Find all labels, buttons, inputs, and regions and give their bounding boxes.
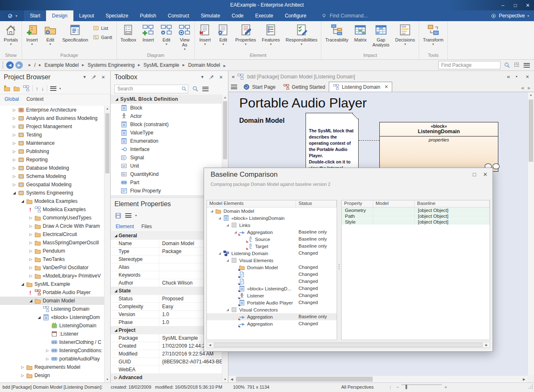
expand-collapse-icon[interactable] [233,300,238,305]
panel-close-icon[interactable] [218,74,224,80]
breadcrumb-item[interactable]: Example Model [37,62,80,68]
save-icon[interactable] [115,212,121,219]
new-package-icon[interactable] [4,85,10,92]
toolbox-item[interactable]: ValueType [111,129,228,137]
browser-scope-tab[interactable]: Context [27,96,44,102]
expand-collapse-icon[interactable] [241,243,246,249]
tab-close-icon[interactable] [384,84,388,90]
scrollbar-thumb[interactable] [105,113,109,173]
toolbox-section-header[interactable]: SysML Block Definition [111,95,228,104]
dialog-toolbar-icon[interactable] [229,190,236,197]
expand-collapse-icon[interactable]: ! [28,290,34,295]
toolbox-item[interactable]: Block (constraint) [111,120,228,129]
document-tab[interactable]: Start Page [240,82,279,92]
property-value[interactable]: {8BE59CB2-A071-4643-BE... [159,358,228,365]
dialog-horizontal-scrollbar[interactable]: ◀ ▶ [206,342,490,348]
scroll-left-arrow[interactable]: ◀ [207,342,213,348]
tree-item[interactable]: Testing [0,131,110,139]
expand-collapse-icon[interactable] [28,215,34,221]
expand-collapse-icon[interactable] [45,356,50,362]
column-header[interactable]: Property [342,200,373,207]
ribbon-button[interactable]: Edit [214,22,232,52]
dialog-toolbar-icon[interactable] [279,190,286,197]
expand-collapse-icon[interactable] [233,286,238,291]
expand-collapse-icon[interactable] [28,248,34,254]
tree-item[interactable]: «block» ListeningDom [0,313,110,321]
expand-collapse-icon[interactable] [12,132,17,138]
ribbon-button[interactable]: Transform [420,22,447,52]
zoom-in-icon[interactable]: + [444,385,447,390]
pin-icon[interactable] [91,74,97,80]
tree-item[interactable]: ListeningDomain [0,321,110,330]
tree-item[interactable]: SysML Example [0,280,110,288]
tree-item[interactable]: CommonlyUsedTypes [0,214,110,222]
tree-item[interactable]: Draw A Circle With Param [0,222,110,230]
expand-collapse-icon[interactable] [36,315,42,320]
property-row[interactable]: GUID {8BE59CB2-A071-4643-BE... [111,358,228,366]
tree-item[interactable]: Enterprise Architecture [0,106,110,114]
scroll-down-arrow[interactable]: ▼ [104,377,110,382]
diagram-vertical-scrollbar[interactable]: ▲ [527,92,534,375]
maximize-button[interactable]: □ [512,2,518,8]
tree-item[interactable]: Analysis and Business Modeling [0,114,110,122]
ribbon-button[interactable]: Insert [196,22,214,52]
expand-collapse-icon[interactable] [12,141,17,146]
expand-collapse-icon[interactable] [28,240,34,246]
dialog-toolbar-icon[interactable] [289,190,296,197]
note-element[interactable]: The SysML block that describes the opera… [306,113,359,171]
status-perspective[interactable]: All Perspectives [341,385,374,390]
property-value[interactable] [159,366,228,373]
tab-scroll-left-icon[interactable]: ◀ [521,86,524,90]
comparison-tree-item[interactable]: Domain Model [207,207,337,214]
tree-item[interactable]: ! Portable Audio Player [0,288,110,297]
expand-collapse-icon[interactable] [12,149,17,154]
document-tab[interactable]: Getting Started [279,82,329,92]
expand-collapse-icon[interactable] [45,348,50,353]
column-header[interactable]: Status [296,200,337,207]
ribbon-tab[interactable]: Start [24,10,46,21]
tree-item[interactable]: Design [0,371,110,380]
resize-grip[interactable] [529,385,533,389]
ribbon-button[interactable]: Features [259,22,283,52]
tab-scroll-right-icon[interactable]: ▶ [528,86,531,90]
ribbon-button[interactable]: Decisions [392,22,418,52]
toolbox-item[interactable]: Signal [111,153,228,162]
tree-item[interactable]: Maintenance [0,139,110,147]
ribbon-button[interactable]: Specification [59,22,91,52]
property-value[interactable] [159,374,228,381]
forward-button[interactable]: ▶ [15,61,23,69]
ribbon-tab[interactable]: Configure [279,10,312,21]
move-down-icon[interactable]: ↓ [41,85,44,92]
property-row[interactable]: Advanced [111,374,228,382]
toolbox-item[interactable]: Enumeration [111,137,228,145]
comparison-tree-item[interactable]: «block» ListeningDomain [207,214,337,222]
pin-icon[interactable] [209,74,214,80]
scrollbar-thumb[interactable] [223,101,227,159]
ribbon-small-button[interactable]: List [93,25,112,31]
breadcrumb-item[interactable]: Domain Model [181,62,222,68]
breadcrumb-item[interactable]: SysML Example [136,62,181,68]
search-more-icon[interactable] [192,85,199,92]
properties-tab[interactable]: Element [116,224,134,229]
ribbon-tab[interactable]: Simulate [195,10,226,21]
toolbox-search-input[interactable] [114,85,188,93]
zoom-slider-thumb[interactable] [405,385,407,389]
grid-columns-icon[interactable] [514,62,520,68]
dialog-toolbar-icon[interactable] [318,190,325,197]
ribbon-button[interactable]: Matrix [351,22,369,52]
comparison-tree-item[interactable]: 1 Source Baseline only [207,236,337,243]
expand-collapse-icon[interactable] [217,251,222,256]
tree-item[interactable]: Requirements Model [0,363,110,371]
tree-item[interactable]: Listening Domain [0,305,110,313]
tree-item[interactable]: listeningConditions: [0,346,110,355]
expand-collapse-icon[interactable] [28,265,34,270]
expand-collapse-icon[interactable] [233,293,238,298]
comparison-grid-row[interactable]: Geometry [object Object] [342,207,490,213]
ribbon-button[interactable]: Edit [157,22,175,52]
expand-collapse-icon[interactable] [12,157,17,163]
tree-item[interactable]: Schema Modeling [0,172,110,180]
properties-menu-icon[interactable] [125,213,131,218]
tree-item[interactable]: :Listener [0,330,110,338]
pane-splitter[interactable] [337,200,341,340]
scroll-down-arrow[interactable]: ▼ [222,377,228,382]
